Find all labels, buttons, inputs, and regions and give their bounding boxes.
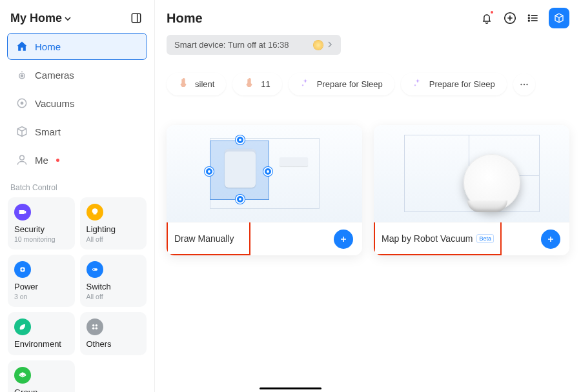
tile-sub: 3 on — [14, 293, 68, 300]
tile-title: Environment — [14, 339, 68, 349]
svg-point-5 — [21, 102, 23, 104]
svg-point-8 — [21, 268, 24, 271]
page-title: Home — [167, 11, 203, 26]
tap-icon — [178, 78, 189, 90]
beta-badge: Beta — [476, 234, 494, 243]
nav-item-vacuums[interactable]: Vacuums — [8, 90, 147, 116]
tile-title: Security — [14, 224, 68, 234]
svg-point-12 — [95, 324, 97, 327]
scene-prepare-sleep-2[interactable]: Prepare for Sleep — [401, 73, 507, 95]
card-label-map: Map by Robot Vacuum Beta — [374, 222, 502, 255]
svg-point-11 — [92, 324, 94, 327]
vacuum-icon — [15, 97, 28, 110]
robot-vacuum-icon — [464, 154, 520, 211]
sidebar-header: My Home — [8, 8, 147, 34]
notifications-icon[interactable] — [479, 10, 494, 26]
nav-label: Home — [35, 41, 61, 52]
sidebar-title: My Home — [10, 12, 62, 25]
tile-lighting[interactable]: Lighting All off — [80, 197, 147, 250]
draw-preview — [167, 125, 362, 222]
add-map-button[interactable] — [541, 230, 560, 249]
chevron-down-icon — [65, 12, 71, 25]
leaf-icon — [14, 318, 31, 335]
chip-label: 11 — [261, 79, 270, 89]
nav: Home Cameras Vacuums Smart — [8, 34, 147, 173]
layers-icon — [14, 367, 31, 384]
tile-title: Group — [14, 387, 68, 392]
tile-title: Switch — [87, 282, 141, 291]
cube-button[interactable] — [549, 8, 569, 28]
sparkle-icon — [413, 78, 423, 90]
svg-point-14 — [95, 328, 97, 330]
sparkle-icon — [300, 78, 311, 90]
nav-item-home[interactable]: Home — [8, 34, 147, 59]
card-label-draw: Draw Manually — [167, 222, 250, 255]
plug-icon — [14, 261, 31, 278]
camera-icon — [14, 204, 31, 220]
nav-item-me[interactable]: Me — [8, 147, 147, 173]
scene-prepare-sleep-1[interactable]: Prepare for Sleep — [289, 73, 394, 95]
robot-preview — [374, 125, 569, 222]
scene-silent[interactable]: silent — [167, 73, 226, 95]
nav-item-smart[interactable]: Smart — [8, 119, 147, 144]
tile-environment[interactable]: Environment — [8, 312, 75, 355]
notification-dot — [491, 11, 493, 14]
resize-handle-top[interactable] — [236, 135, 245, 144]
svg-point-20 — [523, 83, 524, 84]
chip-label: Prepare for Sleep — [429, 79, 495, 89]
tile-switch[interactable]: Switch All off — [80, 255, 147, 307]
home-icon — [15, 40, 28, 53]
card-draw-manually[interactable]: Draw Manually — [167, 125, 362, 255]
svg-point-21 — [526, 83, 527, 84]
svg-point-3 — [21, 75, 23, 77]
notice-text: Smart device: Turn off at 16:38 — [174, 40, 289, 50]
main: Home Smart device: Turn off at 16:38 — [155, 0, 581, 392]
svg-point-16 — [529, 15, 530, 16]
tile-sub: 10 monitoring — [14, 235, 68, 243]
add-draw-button[interactable] — [334, 230, 353, 249]
tile-title: Lighting — [87, 224, 141, 234]
scene-11[interactable]: 11 — [232, 73, 281, 95]
camera-icon — [15, 68, 28, 81]
home-selector[interactable]: My Home — [10, 12, 71, 25]
nav-label: Me — [35, 155, 48, 166]
top-actions — [479, 8, 569, 28]
svg-point-13 — [92, 328, 94, 330]
chip-label: silent — [195, 79, 214, 89]
svg-point-18 — [529, 20, 530, 21]
nav-label: Vacuums — [35, 98, 74, 109]
main-header: Home — [167, 8, 569, 28]
resize-handle-bottom[interactable] — [236, 195, 245, 204]
tile-title: Others — [87, 339, 141, 349]
sidebar: My Home Home Cameras — [0, 0, 155, 392]
notification-dot — [56, 159, 59, 162]
tile-security[interactable]: Security 10 monitoring — [8, 197, 75, 250]
add-icon[interactable] — [502, 10, 518, 26]
layout-icon[interactable] — [128, 10, 144, 26]
nav-label: Cameras — [35, 70, 74, 81]
weather-icon — [314, 41, 323, 50]
map-cards: Draw Manually Map b — [167, 125, 569, 255]
tile-sub: All off — [87, 293, 141, 300]
chevron-right-icon — [327, 40, 333, 50]
more-scenes-button[interactable] — [513, 74, 535, 95]
svg-point-17 — [529, 17, 530, 19]
tile-others[interactable]: Others — [80, 312, 147, 355]
chip-label: Prepare for Sleep — [317, 79, 383, 89]
tile-group[interactable]: Group — [8, 360, 75, 392]
resize-handle-right[interactable] — [263, 167, 272, 176]
card-map-by-robot[interactable]: Map by Robot Vacuum Beta — [374, 125, 569, 255]
smart-device-notice[interactable]: Smart device: Turn off at 16:38 — [167, 35, 341, 55]
resize-handle-left[interactable] — [205, 167, 214, 176]
svg-point-10 — [93, 269, 94, 270]
nav-item-cameras[interactable]: Cameras — [8, 62, 147, 88]
list-icon[interactable] — [525, 10, 541, 26]
grid-icon — [87, 318, 103, 335]
tile-power[interactable]: Power 3 on — [8, 255, 75, 307]
switch-icon — [87, 261, 103, 278]
tile-title: Power — [14, 282, 68, 291]
tap-icon — [244, 78, 254, 90]
batch-control-tiles: Security 10 monitoring Lighting All off … — [8, 197, 147, 392]
svg-point-19 — [520, 83, 522, 84]
nav-label: Smart — [35, 126, 61, 137]
